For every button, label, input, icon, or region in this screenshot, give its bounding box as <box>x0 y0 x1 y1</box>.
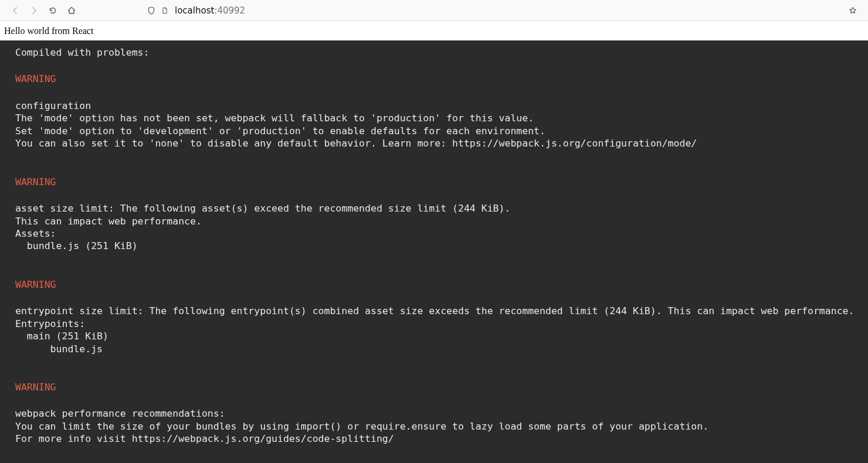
shield-icon <box>147 6 156 15</box>
warning-label: WARNING <box>15 176 853 188</box>
back-button[interactable] <box>7 2 23 19</box>
address-bar[interactable]: localhost:40992 <box>141 2 836 19</box>
home-button[interactable] <box>63 2 80 19</box>
warning-block: WARNING entrypoint size limit: The follo… <box>15 278 853 355</box>
bookmark-button[interactable] <box>845 2 861 19</box>
warning-label: WARNING <box>15 278 853 291</box>
browser-toolbar: localhost:40992 <box>0 0 868 21</box>
webpack-error-overlay[interactable]: Compiled with problems: WARNING configur… <box>0 40 868 463</box>
warning-body: webpack performance recommendations: You… <box>15 407 853 445</box>
warning-block: WARNING configuration The 'mode' option … <box>15 73 853 149</box>
star-icon <box>848 6 857 15</box>
viewport: Hello world from React Compiled with pro… <box>0 21 868 463</box>
warning-block: WARNING asset size limit: The following … <box>15 176 853 253</box>
home-icon <box>67 6 76 15</box>
page-icon <box>161 6 169 15</box>
reload-button[interactable] <box>45 2 61 19</box>
warning-body: asset size limit: The following asset(s)… <box>15 202 853 253</box>
page-hello-text: Hello world from React <box>4 26 93 36</box>
url-port: :40992 <box>214 5 245 16</box>
warning-block: WARNING webpack performance recommendati… <box>15 381 853 445</box>
warning-label: WARNING <box>15 381 853 393</box>
address-text: localhost:40992 <box>175 5 245 16</box>
forward-button[interactable] <box>26 2 42 19</box>
url-host: localhost <box>175 5 214 16</box>
overlay-header: Compiled with problems: <box>15 46 853 59</box>
warning-body: entrypoint size limit: The following ent… <box>15 305 853 355</box>
arrow-right-icon <box>29 6 39 15</box>
warning-body: configuration The 'mode' option has not … <box>15 100 853 150</box>
reload-icon <box>48 6 57 15</box>
arrow-left-icon <box>11 6 20 15</box>
warning-label: WARNING <box>15 73 853 85</box>
